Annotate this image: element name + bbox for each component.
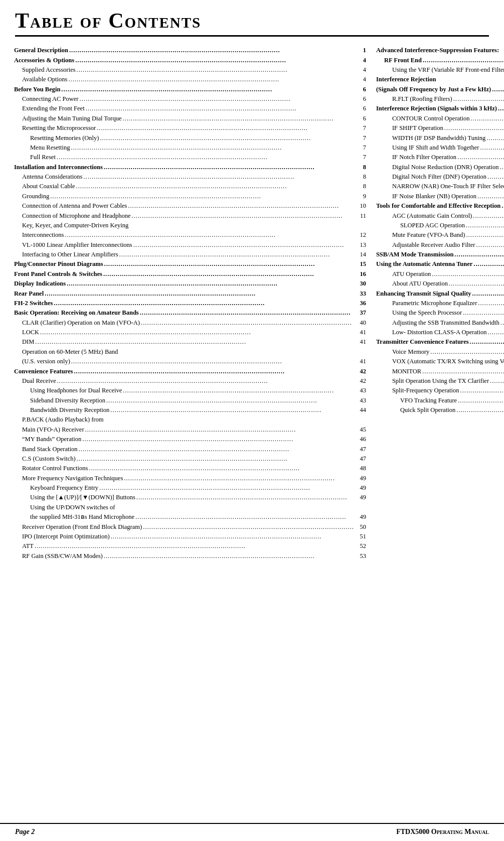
toc-entry-label: MONITOR	[376, 367, 421, 376]
toc-entry-page: 37	[355, 308, 366, 318]
toc-entry-dots: ........................................…	[423, 56, 504, 65]
toc-entry: RF Gain (SSB/CW/AM Modes) ..............…	[14, 551, 366, 561]
toc-entry-page: 6	[355, 85, 366, 94]
toc-entry-dots: ........................................…	[97, 123, 354, 133]
toc-entry-label: Rear Panel	[14, 289, 44, 299]
toc-entry-page: 7	[355, 153, 366, 162]
toc-entry-dots: ........................................…	[472, 289, 504, 299]
toc-entry-page: 6	[355, 104, 366, 113]
toc-entry: IF Notch Filter Operation ..............…	[376, 153, 504, 162]
toc-entry-page: 49	[355, 512, 366, 522]
toc-entry-dots: ........................................…	[501, 201, 504, 211]
toc-entry: Before You Begin .......................…	[14, 85, 366, 94]
toc-entry-dots: ........................................…	[143, 522, 354, 532]
toc-entry-dots: ........................................…	[500, 318, 504, 328]
toc-entry-page: 49	[355, 483, 366, 493]
toc-entry: Supplied Accessories ...................…	[14, 65, 366, 75]
toc-entry: C.S (Custom Switch) ....................…	[14, 454, 366, 464]
toc-entry-dots: ........................................…	[487, 172, 504, 182]
toc-entry-page: 43	[355, 386, 366, 395]
toc-entry-dots: ........................................…	[82, 435, 354, 444]
toc-entry-label: Sideband Diversity Reception	[14, 396, 105, 405]
toc-entry-dots: ........................................…	[453, 94, 504, 104]
toc-entry-label: Digital Notch Filter (DNF) Operation	[376, 172, 486, 182]
toc-entry-dots: ........................................…	[123, 386, 354, 395]
toc-entry-dots: ........................................…	[466, 230, 504, 240]
toc-entry-label: VOX (Automatic TX/RX Switching using Voi…	[376, 357, 504, 366]
toc-entry-dots: ........................................…	[83, 172, 354, 182]
toc-entry-page: 45	[355, 425, 366, 435]
toc-entry-page: 9	[355, 192, 366, 201]
toc-entry: Using the VRF (Variable RF Front-end Fil…	[376, 65, 504, 75]
toc-entry-page: 16	[355, 269, 366, 279]
toc-entry: Transmitter Convenience Features .......…	[376, 337, 504, 347]
toc-entry: Tools for Comfortable and Effective Rece…	[376, 201, 504, 211]
toc-entry: Display Indications ....................…	[14, 279, 366, 289]
toc-entry-page: 47	[355, 454, 366, 464]
toc-entry-dots: ........................................…	[89, 464, 354, 473]
toc-entry: Connecting AC Power ....................…	[14, 94, 366, 104]
toc-entry-page: 42	[355, 367, 366, 376]
toc-entry-label: Digital Noise Reduction (DNR) Operation	[376, 163, 498, 172]
toc-entry-dots: ........................................…	[99, 483, 354, 493]
toc-entry-dots: ........................................…	[133, 240, 354, 250]
toc-entry-label: Resetting the Microprocessor	[14, 123, 96, 133]
toc-entry-label: Connection of Microphone and Headphone	[14, 211, 131, 221]
toc-entry: IF SHIFT Operation .....................…	[376, 123, 504, 133]
toc-entry: Digital Noise Reduction (DNR) Operation …	[376, 163, 504, 172]
toc-entry: AGC (Automatic Gain Control) ...........…	[376, 211, 504, 221]
toc-entry: Interfacing to Other Linear Amplifiers .…	[14, 250, 366, 259]
toc-entry-dots: ........................................…	[470, 337, 504, 347]
toc-entry-page: 4	[355, 56, 366, 65]
toc-entry: IPO (Intercept Point Optimization) .....…	[14, 532, 366, 541]
toc-entry-label: AGC (Automatic Gain Control)	[376, 211, 472, 221]
toc-entry-dots: ........................................…	[77, 454, 354, 464]
toc-entry: Split Operation Using the TX Clarifier .…	[376, 376, 504, 386]
toc-entry: WIDTH (IF DSP Bandwidth) Tuning ........…	[376, 133, 504, 143]
toc-entry-dots: ........................................…	[71, 143, 354, 153]
toc-entry-dots: ........................................…	[471, 114, 504, 123]
toc-entry-label: Basic Operation: Receiving on Amateur Ba…	[14, 308, 139, 318]
toc-entry: VFO Tracking Feature ...................…	[376, 396, 504, 405]
toc-entry-page: 7	[355, 143, 366, 153]
toc-entry-label: Split Operation Using the TX Clarifier	[376, 376, 489, 386]
toc-entry-dots: ........................................…	[477, 192, 504, 201]
toc-entry-label: Voice Memory	[376, 347, 429, 357]
toc-entry: Using the Automatic Antenna Tuner ......…	[376, 259, 504, 269]
toc-entry-dots: ........................................…	[422, 367, 504, 376]
toc-entry-label: Using the [▲(UP)]/[▼(DOWN)] Buttons	[14, 493, 135, 502]
toc-entry-page: 8	[355, 172, 366, 182]
toc-entry-label: VL-1000 Linear Amplifier Interconnection…	[14, 240, 132, 250]
toc-entry-dots: ........................................…	[76, 182, 354, 191]
toc-entry: Interference Rejection	[376, 75, 504, 84]
toc-entry: Dual Receive ...........................…	[14, 376, 366, 386]
toc-entry: Advanced Interference-Suppression Featur…	[376, 46, 504, 55]
toc-left-column: General Description ....................…	[14, 45, 366, 823]
toc-entry-label: Installation and Interconnections	[14, 163, 103, 172]
toc-entry-label: Full Reset	[14, 153, 56, 162]
toc-entry: Enhancing Transmit Signal Quality ......…	[376, 289, 504, 299]
toc-entry-label: More Frequency Navigation Techniques	[14, 474, 123, 483]
toc-entry: Interference Rejection (Signals within 3…	[376, 104, 504, 113]
toc-entry-label: Accessories & Options	[14, 56, 74, 65]
toc-entry: Using the Speech Processor .............…	[376, 308, 504, 318]
toc-entry: ATU Operation ..........................…	[376, 269, 504, 279]
toc-entry: Digital Notch Filter (DNF) Operation ...…	[376, 172, 504, 182]
toc-entry-dots: ........................................…	[432, 269, 504, 279]
toc-entry-page: 51	[355, 532, 366, 541]
toc-entry-label: Connection of Antenna and Power Cables	[14, 201, 127, 211]
toc-entry: Adjusting the SSB Transmitted Bandwidth …	[376, 318, 504, 328]
toc-entry-label: C.S (Custom Switch)	[14, 454, 76, 464]
toc-entry-page: 53	[355, 551, 366, 561]
toc-entry-label: Convenience Features	[14, 367, 73, 376]
toc-entry-label: IF SHIFT Operation	[376, 123, 443, 133]
toc-entry: (Signals Off Frequency by Just a Few kHz…	[376, 85, 504, 94]
toc-entry-label: About Coaxial Cable	[14, 182, 75, 191]
toc-entry: CLAR (Clarifier) Operation on Main (VFO-…	[14, 318, 366, 328]
toc-entry-page: 41	[355, 357, 366, 366]
toc-entry: SSB/AM Mode Transmission ...............…	[376, 250, 504, 259]
toc-entry-label: (Signals Off Frequency by Just a Few kHz…	[376, 85, 491, 94]
toc-entry-dots: ........................................…	[480, 143, 504, 153]
toc-entry-label: Split-Frequency Operation	[376, 386, 459, 395]
toc-entry-dots: ........................................…	[74, 367, 354, 376]
